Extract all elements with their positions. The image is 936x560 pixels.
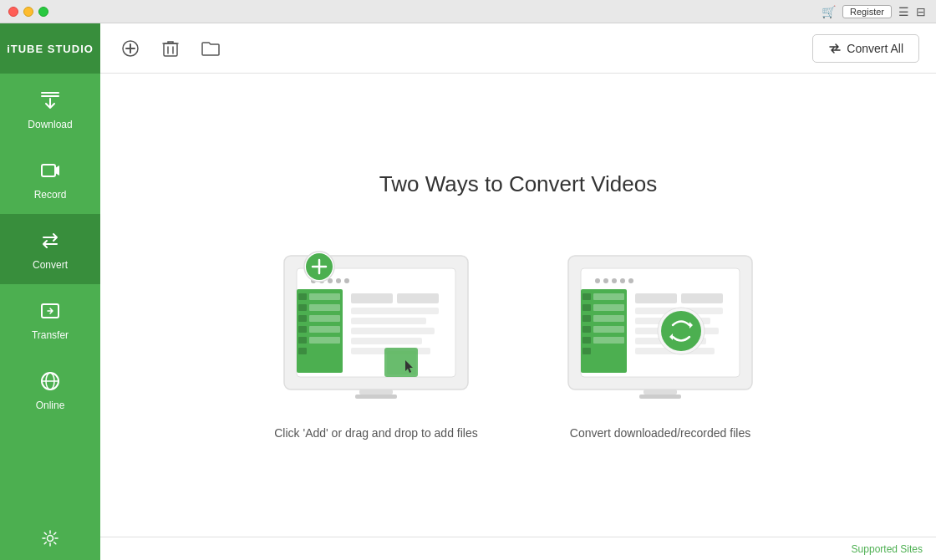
svg-point-21 (344, 278, 349, 283)
svg-rect-56 (635, 293, 677, 303)
sidebar-item-download[interactable]: Download (0, 74, 100, 144)
svg-rect-2 (42, 165, 55, 176)
svg-rect-48 (355, 395, 397, 399)
svg-rect-66 (582, 315, 591, 322)
svg-point-52 (603, 278, 608, 283)
svg-rect-40 (309, 337, 340, 344)
svg-point-51 (595, 278, 600, 283)
title-bar-actions: 🛒 Register ☰ ⊟ (822, 0, 936, 23)
convert-icon (37, 227, 64, 254)
svg-rect-1 (41, 95, 59, 97)
sidebar-item-record[interactable]: Record (0, 144, 100, 214)
content-area: Two Ways to Convert Videos (100, 74, 936, 537)
record-icon (37, 157, 64, 184)
maximize-button[interactable] (38, 7, 48, 17)
sidebar: iTUBE STUDIO Download (0, 23, 100, 560)
delete-button[interactable] (157, 35, 184, 62)
svg-rect-77 (644, 389, 677, 395)
online-icon (37, 368, 64, 395)
transfer-label: Transfer (32, 329, 69, 341)
svg-rect-36 (309, 293, 340, 300)
sidebar-item-convert[interactable]: Convert (0, 214, 100, 284)
svg-rect-30 (298, 293, 307, 300)
supported-sites-link[interactable]: Supported Sites (852, 543, 923, 555)
svg-rect-38 (309, 315, 340, 322)
note-icon[interactable]: ☰ (898, 5, 909, 18)
register-button[interactable]: Register (842, 5, 892, 18)
page-title: Two Ways to Convert Videos (379, 171, 657, 197)
download-label: Download (28, 119, 72, 130)
svg-rect-33 (298, 326, 307, 333)
svg-rect-74 (593, 337, 624, 344)
svg-rect-46 (387, 351, 416, 374)
method2-description: Convert downloaded/recorded files (570, 426, 750, 440)
method1-description: Click 'Add' or drag and drop to add file… (274, 426, 477, 440)
svg-rect-35 (298, 348, 307, 354)
sidebar-bottom (37, 525, 64, 560)
svg-rect-72 (593, 315, 624, 322)
convert-all-icon (828, 42, 842, 55)
sidebar-item-transfer[interactable]: Transfer (0, 284, 100, 354)
convert-label: Convert (33, 259, 68, 271)
svg-rect-24 (351, 308, 439, 314)
svg-rect-34 (298, 337, 307, 344)
svg-rect-22 (351, 293, 393, 303)
svg-rect-71 (593, 304, 624, 311)
minimize-button[interactable] (23, 7, 33, 17)
folder-button[interactable] (197, 35, 224, 62)
settings-icon[interactable] (37, 525, 64, 552)
svg-point-53 (612, 278, 617, 283)
transfer-icon (37, 298, 64, 324)
svg-rect-78 (639, 395, 681, 399)
app-logo: iTUBE STUDIO (0, 23, 100, 74)
svg-rect-64 (582, 293, 591, 300)
svg-point-20 (336, 278, 341, 283)
methods-row: Click 'Add' or drag and drop to add file… (267, 239, 769, 440)
svg-point-76 (661, 311, 701, 351)
svg-rect-57 (681, 293, 723, 303)
svg-rect-68 (582, 337, 591, 344)
shopping-cart-icon[interactable]: 🛒 (822, 5, 836, 18)
monitor-illustration-2 (552, 239, 769, 406)
title-bar: 🛒 Register ☰ ⊟ (0, 0, 936, 23)
svg-rect-27 (351, 338, 422, 344)
svg-rect-70 (593, 293, 624, 300)
svg-rect-31 (298, 304, 307, 311)
svg-rect-47 (359, 389, 393, 395)
svg-rect-0 (41, 92, 59, 94)
menu-icon[interactable]: ⊟ (916, 5, 926, 18)
svg-point-54 (620, 278, 625, 283)
online-label: Online (36, 400, 65, 411)
svg-rect-39 (309, 326, 340, 333)
monitor-illustration-1 (267, 239, 485, 406)
toolbar: Convert All (100, 23, 936, 74)
close-button[interactable] (8, 7, 18, 17)
svg-rect-73 (593, 326, 624, 333)
svg-rect-25 (351, 318, 426, 324)
method-convert-existing: Convert downloaded/recorded files (552, 239, 769, 440)
svg-rect-65 (582, 304, 591, 311)
svg-rect-37 (309, 304, 340, 311)
svg-rect-26 (351, 328, 435, 334)
download-icon (37, 87, 64, 114)
svg-rect-32 (298, 315, 307, 322)
svg-rect-23 (397, 293, 439, 303)
bottom-bar: Supported Sites (100, 537, 936, 560)
convert-all-button[interactable]: Convert All (812, 34, 919, 63)
svg-rect-67 (582, 326, 591, 333)
svg-point-55 (628, 278, 633, 283)
sidebar-item-online[interactable]: Online (0, 354, 100, 425)
svg-point-7 (48, 536, 53, 542)
svg-rect-11 (164, 43, 177, 56)
record-label: Record (34, 189, 67, 201)
main-area: Convert All Two Ways to Convert Videos (100, 23, 936, 560)
traffic-lights (8, 7, 48, 17)
method-drag-drop: Click 'Add' or drag and drop to add file… (267, 239, 485, 440)
svg-rect-69 (582, 348, 591, 354)
add-button[interactable] (117, 35, 144, 62)
